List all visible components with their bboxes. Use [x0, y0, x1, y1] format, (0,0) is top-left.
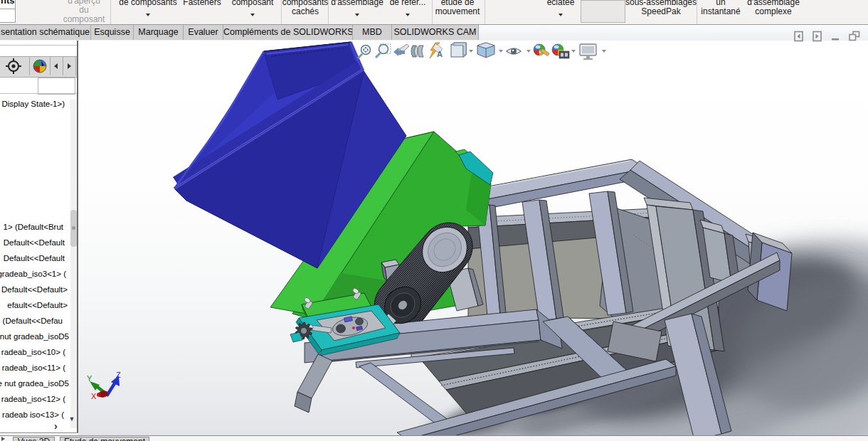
svg-text:X: X — [91, 392, 97, 400]
svg-text:Z: Z — [116, 371, 121, 379]
svg-text:A: A — [437, 50, 443, 58]
svg-text:Y: Y — [87, 374, 92, 383]
